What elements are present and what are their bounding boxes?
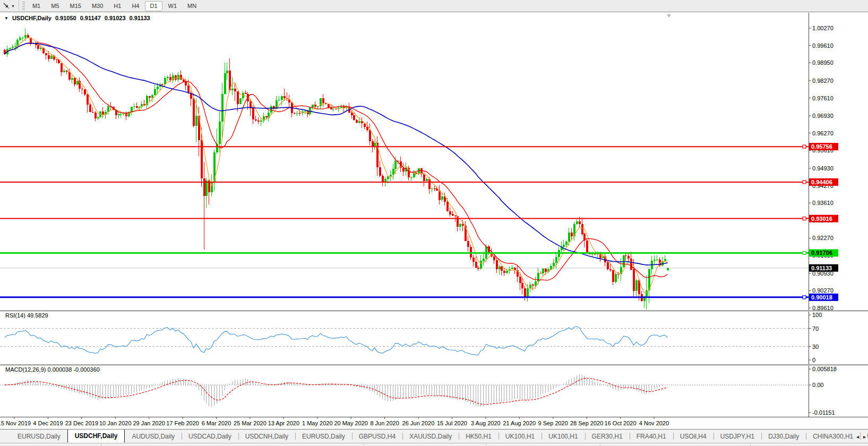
chart-tabs: EURUSD,DailyUSDCHF,DailyAUDUSD,DailyUSDC… (11, 430, 868, 443)
svg-text:100: 100 (812, 312, 822, 318)
svg-text:0.98950: 0.98950 (812, 59, 833, 66)
chart-tab-ger30-h1[interactable]: GER30,H1 (585, 430, 630, 443)
chart-tab-usdcnh-daily[interactable]: USDCNH,Daily (238, 430, 295, 443)
svg-text:3 Aug 2020: 3 Aug 2020 (471, 420, 501, 426)
chart-tab-usoil-h4[interactable]: USOil,H4 (673, 430, 714, 443)
svg-text:6 Mar 2020: 6 Mar 2020 (202, 420, 231, 426)
svg-text:4 Dec 2019: 4 Dec 2019 (33, 420, 63, 426)
ohlc-close-value: 0.91133 (130, 15, 150, 21)
svg-text:0: 0 (812, 357, 815, 363)
svg-text:0.93610: 0.93610 (812, 200, 833, 206)
hline-handle[interactable] (803, 296, 806, 299)
timeframe-button-h4[interactable]: H4 (127, 1, 144, 11)
chart-title: ▼ USDCHF,Daily 0.91050 0.91147 0.91023 0… (4, 15, 150, 21)
chart-tab-fra40-h1[interactable]: FRA40,H1 (630, 430, 673, 443)
svg-text:25 Mar 2020: 25 Mar 2020 (234, 420, 267, 426)
svg-text:0.98270: 0.98270 (812, 78, 833, 84)
price-badge-0.91706: 0.91706 (809, 249, 838, 256)
moving-average-fast (5, 38, 668, 293)
svg-text:0.00: 0.00 (812, 382, 823, 388)
svg-text:10 Jan 2020: 10 Jan 2020 (99, 420, 132, 426)
dropdown-caret-icon[interactable]: ▼ (11, 4, 15, 8)
chart-menu-triangle-icon[interactable]: ▼ (4, 16, 8, 21)
cursor-arrow-icon (3, 2, 10, 10)
current-price-badge: 0.91133 (809, 264, 838, 272)
chart-tab-usdchf-daily[interactable]: USDCHF,Daily (67, 430, 125, 443)
svg-text:1.00270: 1.00270 (812, 25, 833, 31)
svg-text:0.005818: 0.005818 (812, 366, 837, 372)
svg-text:0.97610: 0.97610 (812, 95, 833, 101)
svg-text:0.94930: 0.94930 (812, 165, 833, 171)
ohlc-low-value: 0.91023 (105, 15, 126, 21)
hline-handle[interactable] (803, 251, 806, 254)
rsi-panel-splitter[interactable] (0, 310, 868, 312)
svg-text:1 May 2020: 1 May 2020 (302, 420, 332, 426)
svg-text:15 Nov 2019: 15 Nov 2019 (0, 420, 31, 426)
hline-handle[interactable] (803, 217, 806, 220)
hline-handle[interactable] (803, 181, 806, 184)
chart-shift-marker[interactable] (667, 14, 671, 18)
timeframe-button-m1[interactable]: M1 (28, 1, 45, 11)
chart-tab-uk100-h1[interactable]: UK100,H1 (499, 430, 542, 443)
chart-tab-audusd-daily[interactable]: AUDUSD,Daily (125, 430, 182, 443)
chart-tab-xauusd-daily[interactable]: XAUUSD,Daily (402, 430, 459, 443)
candlestick-chart-canvas[interactable]: 1.002700.996100.989500.982700.976100.969… (0, 13, 868, 429)
timeframe-button-mn[interactable]: MN (183, 1, 201, 11)
chart-tab-uk100-h1[interactable]: UK100,H1 (542, 430, 585, 443)
price-badge-0.94406: 0.94406 (809, 178, 838, 186)
svg-text:0.95756: 0.95756 (811, 143, 832, 150)
macd-axis-labels: 0.0058180.00-0.01151 (809, 366, 837, 416)
svg-text:4 Nov 2020: 4 Nov 2020 (639, 420, 669, 426)
chart-tab-china300-h1[interactable]: CHINA300,H1 (806, 430, 860, 443)
svg-text:28 Sep 2020: 28 Sep 2020 (570, 420, 603, 426)
toolbar-grip-handle[interactable] (22, 2, 25, 11)
chart-tab-hk50-h1[interactable]: HK50,H1 (459, 430, 499, 443)
svg-text:29 Jan 2020: 29 Jan 2020 (133, 420, 165, 426)
svg-text:0.96270: 0.96270 (812, 130, 833, 136)
timeframe-button-m30[interactable]: M30 (87, 1, 108, 11)
chart-tab-usdcad-daily[interactable]: USDCAD,Daily (182, 430, 238, 443)
svg-text:26 Jun 2020: 26 Jun 2020 (402, 420, 435, 426)
svg-text:13 Apr 2020: 13 Apr 2020 (268, 420, 299, 426)
chart-tab-dj30-daily[interactable]: DJ30,Daily (761, 430, 806, 443)
tab-scroll-arrows: ◂ ▸ (856, 430, 866, 443)
chart-tabs-bar: EURUSD,DailyUSDCHF,DailyAUDUSD,DailyUSDC… (0, 429, 868, 443)
timeframe-button-m15[interactable]: M15 (65, 1, 86, 11)
date-axis-labels: 15 Nov 20194 Dec 201923 Dec 201910 Jan 2… (0, 417, 669, 426)
macd-indicator-label: MACD(12,26,9) 0.000038 -0.000360 (5, 366, 100, 373)
ohlc-high-value: 0.91147 (80, 15, 101, 21)
svg-text:0.93016: 0.93016 (811, 216, 832, 222)
tabs-scroll-left-icon[interactable]: ◂ (856, 434, 859, 440)
svg-text:-0.01151: -0.01151 (812, 409, 835, 416)
chart-tab-gbpusd-h4[interactable]: GBPUSD,H4 (352, 430, 402, 443)
chart-cursor-tool-button[interactable]: ▼ (0, 0, 18, 12)
toolbar-separator (19, 0, 19, 12)
timeframe-button-d1[interactable]: D1 (145, 1, 162, 11)
chart-tab-usdjpy-h1[interactable]: USDJPY,H1 (714, 430, 761, 443)
svg-text:0.91706: 0.91706 (811, 250, 832, 256)
rsi-indicator-label: RSI(14) 49.5829 (5, 312, 48, 319)
moving-average-slow (5, 43, 668, 265)
price-badge-0.95756: 0.95756 (809, 143, 838, 150)
timeframe-button-m5[interactable]: M5 (46, 1, 64, 11)
svg-text:8 Jun 2020: 8 Jun 2020 (370, 420, 399, 426)
svg-text:30: 30 (812, 344, 819, 350)
price-badge-0.93016: 0.93016 (809, 215, 838, 222)
chart-tab-eurusd-daily[interactable]: EURUSD,Daily (295, 430, 352, 443)
svg-text:9 Sep 2020: 9 Sep 2020 (538, 420, 568, 426)
svg-text:15 Jul 2020: 15 Jul 2020 (437, 420, 467, 426)
price-badge-0.90018: 0.90018 (809, 294, 838, 301)
tabs-scroll-right-icon[interactable]: ▸ (863, 434, 866, 440)
timeframe-button-w1[interactable]: W1 (164, 1, 182, 11)
mt4-chart-window: ▼ M1M5M15M30H1H4D1W1MN ▼ USDCHF,Daily 0.… (0, 0, 868, 446)
status-strip (0, 443, 868, 446)
chart-tab-eurusd-daily[interactable]: EURUSD,Daily (11, 430, 67, 443)
hline-handle[interactable] (803, 145, 806, 148)
macd-panel-splitter[interactable] (0, 364, 868, 366)
toolbar: ▼ M1M5M15M30H1H4D1W1MN (0, 0, 868, 12)
svg-text:17 Feb 2020: 17 Feb 2020 (166, 420, 199, 426)
svg-text:0.92270: 0.92270 (812, 235, 833, 241)
svg-text:0.96930: 0.96930 (812, 113, 833, 119)
timeframe-button-h1[interactable]: H1 (109, 1, 126, 11)
rsi-line (5, 327, 668, 355)
